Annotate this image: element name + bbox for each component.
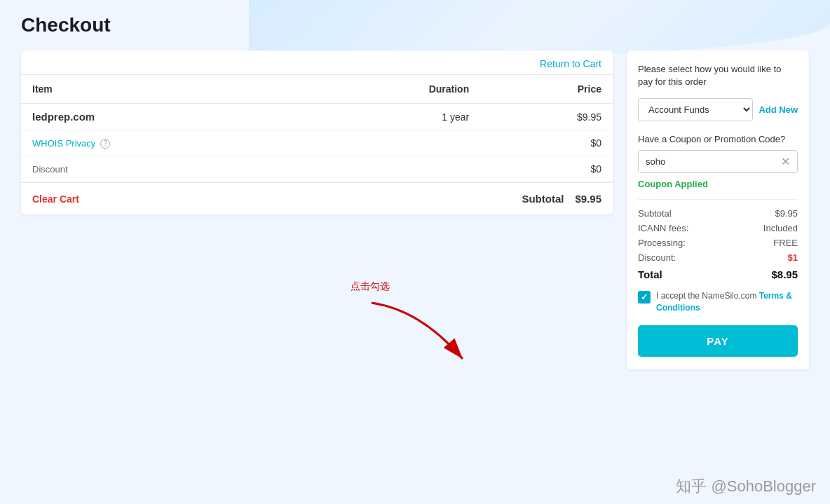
col-item: Item <box>21 75 304 104</box>
item-price: $9.95 <box>480 104 613 130</box>
coupon-applied-text: Coupon Applied <box>638 179 798 189</box>
return-to-cart-container: Return to Cart <box>21 50 613 74</box>
table-row: Discount $0 <box>21 156 613 182</box>
cart-footer: Clear Cart Subtotal $9.95 <box>21 182 613 214</box>
col-duration: Duration <box>304 75 480 104</box>
checkbox-check-icon: ✓ <box>641 292 648 302</box>
payment-method-select[interactable]: Account Funds <box>638 98 753 121</box>
annotation-container: 点击勾选 <box>351 280 491 383</box>
cart-area: Return to Cart Item Duration Price ledpr… <box>21 50 613 214</box>
item-name: ledprep.com <box>32 111 95 123</box>
icann-row: ICANN fees: Included <box>638 223 798 233</box>
cart-table: Item Duration Price ledprep.com 1 year $… <box>21 74 613 182</box>
watermark: 知乎 @SohoBlogger <box>676 476 816 497</box>
arrow-svg <box>351 296 491 380</box>
discount-row-value: $1 <box>788 252 798 263</box>
subtotal-section: Subtotal $9.95 <box>522 193 601 205</box>
coupon-input-row: ✕ <box>638 150 798 173</box>
icann-label: ICANN fees: <box>638 223 688 233</box>
discount-price: $0 <box>480 156 613 182</box>
processing-row: Processing: FREE <box>638 238 798 248</box>
help-icon: ? <box>100 139 110 149</box>
discount-cell: Discount <box>21 156 304 182</box>
processing-value: FREE <box>773 238 798 248</box>
coupon-label: Have a Coupon or Promotion Code? <box>638 134 798 144</box>
table-header-row: Item Duration Price <box>21 75 613 104</box>
add-new-button[interactable]: Add New <box>758 104 798 115</box>
whois-duration <box>304 130 480 156</box>
subtotal-row: Subtotal $9.95 <box>638 208 798 219</box>
terms-row: ✓ I accept the NameSilo.com Terms & Cond… <box>638 290 798 314</box>
discount-row: Discount: $1 <box>638 252 798 263</box>
item-duration: 1 year <box>304 104 480 130</box>
total-label: Total <box>638 268 662 280</box>
annotation-text: 点击勾选 <box>351 280 491 293</box>
terms-text: I accept the NameSilo.com Terms & Condit… <box>656 290 798 314</box>
whois-cell: WHOIS Privacy ? <box>21 130 304 156</box>
payment-question: Please select how you would like to pay … <box>638 63 798 88</box>
processing-label: Processing: <box>638 238 686 248</box>
return-to-cart-link[interactable]: Return to Cart <box>540 58 601 69</box>
icann-value: Included <box>763 223 798 233</box>
item-name-cell: ledprep.com <box>21 104 304 130</box>
total-row: Total $8.95 <box>638 268 798 280</box>
total-value: $8.95 <box>771 268 798 280</box>
payment-method-row: Account Funds Add New <box>638 98 798 121</box>
whois-price: $0 <box>480 130 613 156</box>
terms-checkbox[interactable]: ✓ <box>638 291 651 304</box>
table-row: ledprep.com 1 year $9.95 <box>21 104 613 130</box>
subtotal-amount: $9.95 <box>575 193 601 205</box>
col-price: Price <box>480 75 613 104</box>
discount-label: Discount <box>32 164 68 175</box>
coupon-input[interactable] <box>639 151 774 172</box>
subtotal-label: Subtotal <box>522 193 564 205</box>
discount-row-label: Discount: <box>638 252 676 263</box>
coupon-clear-button[interactable]: ✕ <box>774 151 797 172</box>
discount-duration <box>304 156 480 182</box>
price-breakdown: Subtotal $9.95 ICANN fees: Included Proc… <box>638 199 798 280</box>
pay-button[interactable]: PAY <box>638 325 798 357</box>
terms-text-prefix: I accept the NameSilo.com <box>656 291 759 301</box>
payment-area: Please select how you would like to pay … <box>627 50 809 369</box>
breakdown-subtotal-label: Subtotal <box>638 208 672 219</box>
whois-privacy-link[interactable]: WHOIS Privacy <box>32 138 95 149</box>
table-row: WHOIS Privacy ? $0 <box>21 130 613 156</box>
clear-cart-button[interactable]: Clear Cart <box>32 193 79 205</box>
breakdown-subtotal-value: $9.95 <box>775 208 798 219</box>
page-title: Checkout <box>21 14 809 36</box>
